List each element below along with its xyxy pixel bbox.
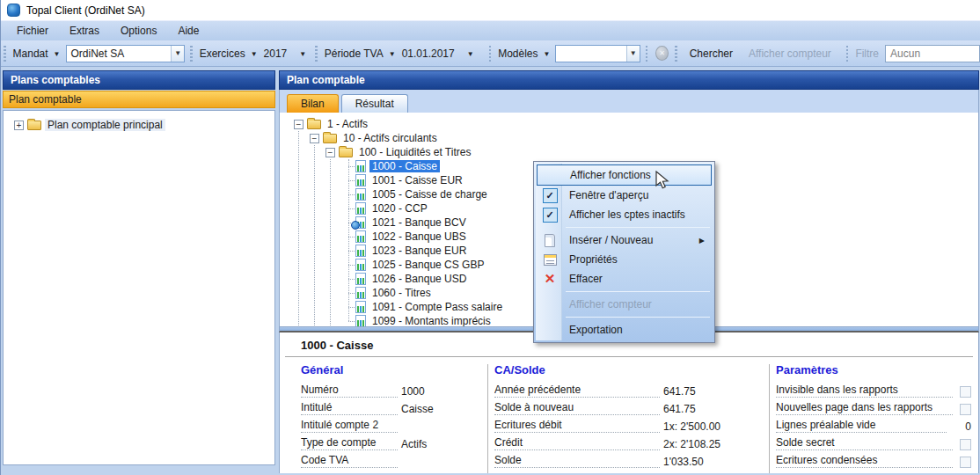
menu-item-label: Propriétés xyxy=(569,253,618,266)
periode-tva-menu-button[interactable]: Période TVA xyxy=(322,48,386,60)
field-value: 641.75 xyxy=(660,385,696,398)
menu-item-label: Afficher compteur xyxy=(569,298,652,311)
account-detail-pane: 1000 - Caisse Général Numéro1000 Intitul… xyxy=(279,332,979,473)
filtre-label: Filtre xyxy=(852,48,881,60)
collapse-icon[interactable]: − xyxy=(310,134,319,143)
exercices-menu-button[interactable]: Exercices xyxy=(197,48,248,60)
tree-node-plan-principal[interactable]: + Plan comptable principal xyxy=(4,118,274,132)
field-value: 2x: 2'108.25 xyxy=(660,438,720,450)
account-label[interactable]: 1001 - Caisse EUR xyxy=(369,174,465,186)
menu-item-label: Exportation xyxy=(569,324,623,336)
modeles-menu-button[interactable]: Modèles xyxy=(495,48,540,60)
chercher-button[interactable]: Chercher xyxy=(682,44,741,63)
collapse-icon[interactable]: − xyxy=(325,148,335,157)
section-parametres: Paramètres Invisible dans les rapports N… xyxy=(776,363,971,468)
tree-node-liquidites[interactable]: − 100 - Liquidités et Titres xyxy=(280,145,978,159)
menu-item-proprietes[interactable]: Propriétés xyxy=(536,250,713,269)
chevron-down-icon[interactable]: ▼ xyxy=(626,46,640,62)
delete-x-icon: ✕ xyxy=(545,271,556,287)
section-title: Paramètres xyxy=(776,363,971,376)
periode-tva-combobox[interactable]: 01.01.2017 ▼ xyxy=(399,48,480,60)
collapse-icon[interactable]: − xyxy=(294,120,304,129)
menu-item-inserer-nouveau[interactable]: Insérer / Nouveau ▶ xyxy=(536,230,713,250)
account-icon xyxy=(355,160,366,172)
menu-fichier[interactable]: Fichier xyxy=(6,22,59,40)
checkbox-nouvelles-page[interactable] xyxy=(960,404,971,415)
menu-item-afficher-fonctions[interactable]: Afficher fonctions xyxy=(537,164,712,186)
filtre-input[interactable]: Aucun xyxy=(885,45,980,62)
field-label: Ecritures débit xyxy=(494,419,660,433)
tab-resultat[interactable]: Résultat xyxy=(341,94,408,113)
tab-bilan[interactable]: Bilan xyxy=(287,94,339,113)
menu-options[interactable]: Options xyxy=(110,22,167,40)
checkbox-ecritures-condensees[interactable] xyxy=(960,457,971,468)
menu-item-label: Insérer / Nouveau xyxy=(569,234,653,246)
menu-item-fenetre-apercu[interactable]: ✓ Fenêtre d'aperçu xyxy=(536,186,713,205)
menu-extras[interactable]: Extras xyxy=(59,22,110,40)
checkbox-solde-secret[interactable] xyxy=(960,439,971,450)
toolbar-grip xyxy=(675,46,677,62)
account-label-selected[interactable]: 1000 - Caisse xyxy=(369,160,440,172)
menu-item-label: Afficher fonctions xyxy=(570,169,651,181)
field-value: Actifs xyxy=(398,438,427,450)
tree-node-label[interactable]: 100 - Liquidités et Titres xyxy=(356,146,473,158)
mandat-combobox[interactable]: OrdiNet SA ▼ xyxy=(66,45,186,62)
menu-item-afficher-cptes-inactifs[interactable]: ✓ Afficher les cptes inactifs xyxy=(536,205,713,224)
tree-node-actifs-circulants[interactable]: − 10 - Actifs circulants xyxy=(280,131,978,145)
menu-item-exportation[interactable]: Exportation xyxy=(536,320,713,340)
submenu-arrow-icon: ▶ xyxy=(699,237,705,245)
tree-node-label[interactable]: 1 - Actifs xyxy=(325,118,370,130)
mandat-menu-button[interactable]: Mandat xyxy=(11,48,51,60)
clear-filter-button[interactable]: ✕ xyxy=(655,46,669,61)
chevron-down-icon: ▼ xyxy=(389,50,396,58)
new-document-icon xyxy=(545,234,555,247)
title-bar: Topal Client (OrdiNet SA) xyxy=(1,0,980,20)
plan-comptable-header: Plan comptable xyxy=(279,70,979,90)
expand-icon[interactable]: + xyxy=(14,121,24,130)
modeles-combobox[interactable]: ▼ xyxy=(555,45,640,62)
section-general: Général Numéro1000 IntituléCaisse Intitu… xyxy=(301,363,482,468)
account-icon xyxy=(355,230,366,243)
account-icon xyxy=(355,259,366,271)
toolbar-grip xyxy=(190,46,193,62)
chevron-down-icon: ▼ xyxy=(467,50,474,58)
toolbar-grip xyxy=(489,46,492,62)
account-label[interactable]: 1022 - Banque UBS xyxy=(369,230,469,243)
account-label[interactable]: 1020 - CCP xyxy=(369,202,430,215)
chevron-down-icon: ▼ xyxy=(299,50,306,58)
account-label[interactable]: 1023 - Banque EUR xyxy=(369,245,469,257)
field-label: Solde xyxy=(494,454,660,468)
account-label[interactable]: 1025 - Banque CS GBP xyxy=(369,259,486,271)
tab-strip: Bilan Résultat xyxy=(279,90,979,113)
account-label[interactable]: 1099 - Montants imprécis xyxy=(369,315,494,327)
chevron-down-icon: ▼ xyxy=(544,50,551,58)
section-title: CA/Solde xyxy=(494,363,758,376)
chevron-down-icon: ▼ xyxy=(251,50,258,58)
toolbar-grip xyxy=(846,46,849,62)
afficher-compteur-button[interactable]: Afficher compteur xyxy=(741,44,839,63)
menu-item-label: Fenêtre d'aperçu xyxy=(569,189,648,201)
account-icon xyxy=(355,287,366,299)
toolbar-grip xyxy=(4,46,6,62)
account-label[interactable]: 1005 - Caisse de charge xyxy=(369,188,490,201)
window-title: Topal Client (OrdiNet SA) xyxy=(26,4,145,17)
account-label[interactable]: 1060 - Titres xyxy=(369,287,434,299)
tree-node-actifs[interactable]: − 1 - Actifs xyxy=(280,117,978,131)
chevron-down-icon: ▼ xyxy=(54,50,61,58)
checkbox-invisible-rapports[interactable] xyxy=(960,386,971,398)
field-value: 1000 xyxy=(398,385,425,398)
menu-item-effacer[interactable]: ✕ Effacer xyxy=(536,269,713,289)
field-label: Invisible dans les rapports xyxy=(776,384,953,398)
periode-tva-value: 01.01.2017 xyxy=(402,48,455,60)
plan-comptable-selected-bar[interactable]: Plan comptable xyxy=(3,91,275,108)
account-label[interactable]: 1021 - Banque BCV xyxy=(369,216,469,229)
detail-heading: 1000 - Caisse xyxy=(301,339,373,352)
account-label[interactable]: 1026 - Banque USD xyxy=(369,273,469,285)
tree-node-label[interactable]: 10 - Actifs circulants xyxy=(340,132,440,144)
account-label[interactable]: 1091 - Compte Pass salaire xyxy=(369,301,505,313)
menu-aide[interactable]: Aide xyxy=(167,22,209,40)
exercices-combobox[interactable]: 2017 ▼ xyxy=(260,48,313,60)
field-value: 1x: 2'500.00 xyxy=(660,420,720,433)
tree-node-label[interactable]: Plan comptable principal xyxy=(45,119,165,131)
chevron-down-icon[interactable]: ▼ xyxy=(171,46,184,62)
